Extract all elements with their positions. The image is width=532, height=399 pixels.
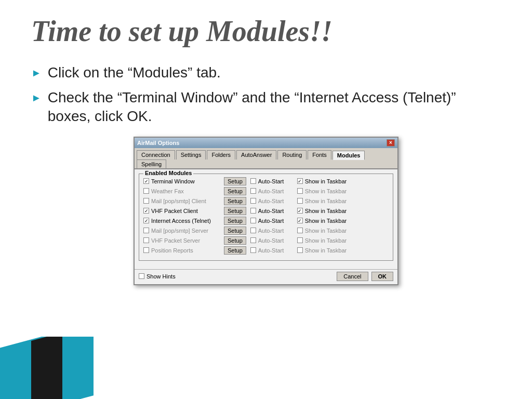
auto-start-terminal-window: Auto-Start — [250, 178, 297, 184]
setup-mail-server[interactable]: Setup — [224, 227, 246, 235]
setup-weather-fax[interactable]: Setup — [224, 187, 246, 195]
taskbar-label-position: Show in Taskbar — [305, 247, 347, 254]
show-taskbar-terminal-window: Show in Taskbar — [297, 178, 347, 184]
bullet-list: ► Click on the “Modules” tab. ► Check th… — [31, 63, 501, 126]
show-hints-area: Show Hints — [139, 273, 176, 280]
label-mail-server: Mail [pop/smtp] Server — [151, 228, 208, 234]
footer-buttons: Cancel OK — [337, 272, 393, 281]
checkbox-taskbar-vhf-server[interactable] — [297, 237, 303, 243]
module-name-mail-server: Mail [pop/smtp] Server — [143, 228, 224, 234]
auto-start-vhf-client: Auto-Start — [250, 208, 297, 214]
module-row-vhf-client: VHF Packet Client Setup Auto-Start Show … — [143, 207, 389, 215]
autostart-label-mail-client: Auto-Start — [258, 198, 284, 204]
bullet-text-1: Click on the “Modules” tab. — [48, 63, 221, 82]
setup-vhf-client[interactable]: Setup — [224, 207, 246, 215]
show-taskbar-mail-server: Show in Taskbar — [297, 228, 347, 234]
module-row-vhf-server: VHF Packet Server Setup Auto-Start Show … — [143, 236, 389, 245]
tab-spelling[interactable]: Spelling — [137, 159, 166, 168]
module-row-weather-fax: Weather Fax Setup Auto-Start Show in Tas… — [143, 187, 389, 195]
module-name-vhf-server: VHF Packet Server — [143, 237, 224, 244]
checkbox-internet-access[interactable] — [143, 218, 149, 223]
tab-fonts[interactable]: Fonts — [308, 150, 331, 159]
tab-folders[interactable]: Folders — [207, 150, 235, 159]
checkbox-taskbar-mail-client[interactable] — [297, 198, 303, 204]
autostart-label-position: Auto-Start — [258, 247, 284, 254]
checkbox-taskbar-vhf-client[interactable] — [297, 208, 303, 214]
checkbox-autostart-vhf-client[interactable] — [250, 208, 256, 214]
checkbox-taskbar-position[interactable] — [297, 247, 303, 253]
checkbox-autostart-terminal[interactable] — [250, 178, 256, 184]
tab-autoanswer[interactable]: AutoAnswer — [236, 150, 276, 159]
cancel-button[interactable]: Cancel — [337, 272, 368, 281]
dialog-footer: Show Hints Cancel OK — [135, 269, 397, 284]
airmail-options-dialog: AirMail Options × Connection Settings Fo… — [134, 137, 398, 285]
group-title: Enabled Modules — [143, 170, 193, 176]
module-row-mail-client: Mail [pop/smtp] Client Setup Auto-Start … — [143, 197, 389, 205]
module-name-internet-access: Internet Access (Telnet) — [143, 218, 224, 224]
checkbox-position-reports[interactable] — [143, 247, 149, 253]
checkbox-mail-server[interactable] — [143, 228, 149, 233]
setup-position-reports[interactable]: Setup — [224, 246, 246, 255]
dialog-wrapper: AirMail Options × Connection Settings Fo… — [31, 137, 501, 285]
tab-settings[interactable]: Settings — [176, 150, 206, 159]
taskbar-label-vhf-server: Show in Taskbar — [305, 237, 347, 244]
checkbox-show-hints[interactable] — [139, 273, 144, 279]
autostart-label-terminal: Auto-Start — [258, 178, 284, 184]
checkbox-vhf-server[interactable] — [143, 237, 149, 243]
checkbox-taskbar-weather[interactable] — [297, 188, 303, 194]
checkbox-autostart-internet[interactable] — [250, 218, 256, 223]
enabled-modules-group: Enabled Modules Terminal Window Setup Au… — [139, 174, 393, 261]
bullet-text-2: Check the “Terminal Window” and the “Int… — [48, 88, 501, 126]
checkbox-taskbar-mail-server[interactable] — [297, 228, 303, 233]
bullet-arrow-2: ► — [31, 91, 42, 104]
setup-internet-access[interactable]: Setup — [224, 217, 246, 225]
auto-start-vhf-server: Auto-Start — [250, 237, 297, 244]
checkbox-weather-fax[interactable] — [143, 188, 149, 194]
bullet-item-1: ► Click on the “Modules” tab. — [31, 63, 501, 82]
taskbar-label-mail-client: Show in Taskbar — [305, 198, 347, 204]
dialog-titlebar: AirMail Options × — [135, 138, 397, 148]
tab-modules[interactable]: Modules — [332, 151, 365, 160]
module-row-position-reports: Position Reports Setup Auto-Start Show i… — [143, 246, 389, 255]
checkbox-terminal-window[interactable] — [143, 178, 149, 184]
label-mail-client: Mail [pop/smtp] Client — [151, 198, 206, 204]
checkbox-autostart-mail-server[interactable] — [250, 228, 256, 233]
show-taskbar-vhf-server: Show in Taskbar — [297, 237, 347, 244]
checkbox-mail-client[interactable] — [143, 198, 149, 204]
autostart-label-weather: Auto-Start — [258, 188, 284, 194]
checkbox-taskbar-terminal[interactable] — [297, 178, 303, 184]
module-name-position-reports: Position Reports — [143, 247, 224, 254]
close-button[interactable]: × — [387, 139, 395, 147]
autostart-label-vhf-server: Auto-Start — [258, 237, 284, 244]
auto-start-position-reports: Auto-Start — [250, 247, 297, 254]
setup-vhf-server[interactable]: Setup — [224, 236, 246, 245]
module-name-mail-client: Mail [pop/smtp] Client — [143, 198, 224, 204]
ok-button[interactable]: OK — [371, 272, 394, 281]
module-name-weather-fax: Weather Fax — [143, 188, 224, 194]
checkbox-autostart-position[interactable] — [250, 247, 256, 253]
checkbox-taskbar-internet[interactable] — [297, 218, 303, 223]
label-weather-fax: Weather Fax — [151, 188, 184, 194]
checkbox-vhf-client[interactable] — [143, 208, 149, 214]
autostart-label-internet: Auto-Start — [258, 218, 284, 224]
taskbar-label-weather: Show in Taskbar — [305, 188, 347, 194]
module-row-internet-access: Internet Access (Telnet) Setup Auto-Star… — [143, 217, 389, 225]
label-position-reports: Position Reports — [151, 247, 193, 254]
show-taskbar-internet-access: Show in Taskbar — [297, 218, 347, 224]
setup-terminal-window[interactable]: Setup — [224, 177, 246, 185]
taskbar-label-terminal: Show in Taskbar — [305, 178, 347, 184]
label-terminal-window: Terminal Window — [151, 178, 195, 184]
auto-start-internet-access: Auto-Start — [250, 218, 297, 224]
checkbox-autostart-vhf-server[interactable] — [250, 237, 256, 243]
label-vhf-client: VHF Packet Client — [151, 208, 198, 214]
show-taskbar-vhf-client: Show in Taskbar — [297, 208, 347, 214]
checkbox-autostart-mail-client[interactable] — [250, 198, 256, 204]
tab-connection[interactable]: Connection — [137, 150, 175, 159]
dialog-tabs: Connection Settings Folders AutoAnswer R… — [135, 148, 397, 169]
tab-routing[interactable]: Routing — [277, 150, 307, 159]
dialog-title: AirMail Options — [137, 140, 179, 146]
setup-mail-client[interactable]: Setup — [224, 197, 246, 205]
module-row-terminal-window: Terminal Window Setup Auto-Start Show in… — [143, 177, 389, 185]
checkbox-autostart-weather[interactable] — [250, 188, 256, 194]
bullet-item-2: ► Check the “Terminal Window” and the “I… — [31, 88, 501, 126]
